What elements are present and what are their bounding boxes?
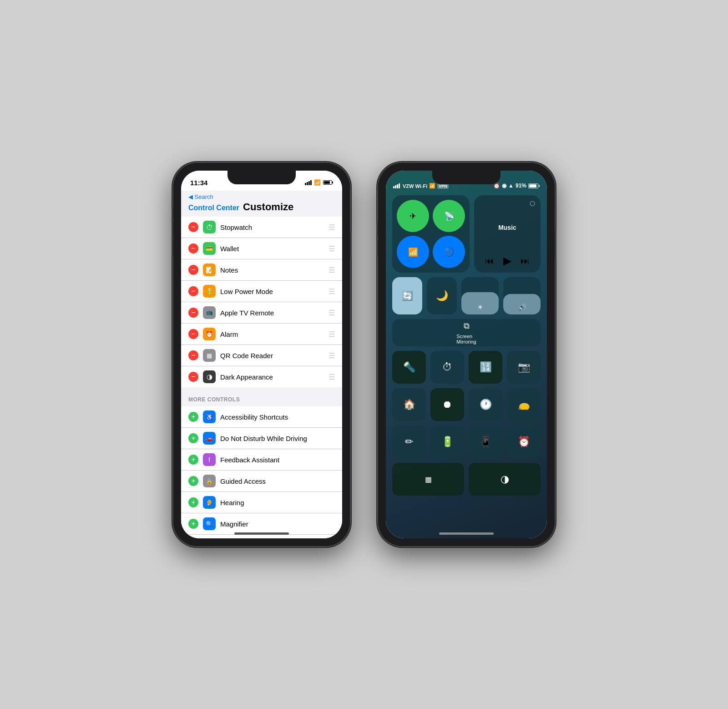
- battery-percent: 91%: [516, 182, 526, 189]
- flashlight-btn[interactable]: 🔦: [392, 351, 426, 384]
- home-btn[interactable]: 🏠: [392, 388, 426, 421]
- battery-btn[interactable]: 🔋: [430, 425, 464, 458]
- nav-back[interactable]: ◀ Search: [188, 193, 335, 200]
- add-button[interactable]: +: [188, 497, 198, 507]
- list-item[interactable]: − ⏰ Alarm ☰: [181, 324, 342, 345]
- add-button[interactable]: +: [188, 519, 198, 529]
- cellular-btn[interactable]: 📡: [433, 200, 465, 232]
- vol-down-button[interactable]: [172, 241, 173, 255]
- row-icon: ⏰: [203, 328, 216, 340]
- row-label: Dark Appearance: [220, 373, 324, 381]
- vol-up-button[interactable]: [172, 222, 173, 236]
- settings-screen: 11:34 📶: [181, 171, 342, 538]
- dark-mode-btn[interactable]: ◑: [469, 463, 541, 496]
- list-item[interactable]: − 📺 Apple TV Remote ☰: [181, 302, 342, 324]
- row-label: Notes: [220, 266, 324, 274]
- qr-btn[interactable]: ▦: [392, 463, 464, 496]
- alarm-btn[interactable]: ⏰: [507, 425, 541, 458]
- timer-btn[interactable]: ⏱: [430, 351, 464, 384]
- rotation-lock-btn[interactable]: 🔄: [392, 277, 422, 314]
- calculator-btn[interactable]: 🔢: [469, 351, 502, 384]
- play-btn[interactable]: ▶: [503, 254, 511, 267]
- list-item[interactable]: + 🔒 Guided Access: [181, 471, 342, 492]
- nav-parent[interactable]: Control Center: [188, 204, 239, 212]
- row-icon: 👂: [203, 496, 216, 509]
- row-label: Apple TV Remote: [220, 309, 324, 317]
- list-item[interactable]: − 📝 Notes ☰: [181, 259, 342, 281]
- list-item[interactable]: + 🚗 Do Not Disturb While Driving: [181, 428, 342, 449]
- airplay-icon[interactable]: ⬡: [530, 200, 535, 207]
- screen-mirroring-btn[interactable]: ⧉ ScreenMirroring: [392, 319, 541, 346]
- brightness-slider[interactable]: ☀: [461, 277, 499, 314]
- remove-button[interactable]: −: [188, 222, 198, 232]
- cc-row-5: ✏ 🔋 📱 ⏰: [392, 425, 541, 458]
- add-button[interactable]: +: [188, 412, 198, 422]
- drag-handle[interactable]: ☰: [329, 266, 335, 274]
- battery-indicator: [323, 180, 333, 185]
- list-item[interactable]: − 🔋 Low Power Mode ☰: [181, 281, 342, 302]
- left-phone-screen: 11:34 📶: [181, 171, 342, 538]
- remove-button[interactable]: −: [188, 265, 198, 275]
- remote-btn[interactable]: 📱: [469, 425, 502, 458]
- music-controls: ⏮ ▶ ⏭: [480, 254, 535, 267]
- music-tile[interactable]: ⬡ Music ⏮ ▶ ⏭: [474, 195, 541, 273]
- do-not-disturb-btn[interactable]: 🌙: [427, 277, 457, 314]
- list-item[interactable]: + 🔍 Magnifier: [181, 513, 342, 535]
- airplane-mode-btn[interactable]: ✈: [397, 200, 429, 232]
- power-button-right[interactable]: [555, 231, 556, 258]
- wallet-btn[interactable]: 👝: [507, 388, 541, 421]
- row-icon: !: [203, 453, 216, 466]
- remove-button[interactable]: −: [188, 286, 198, 296]
- add-button[interactable]: +: [188, 433, 198, 443]
- camera-btn[interactable]: 📷: [507, 351, 541, 384]
- control-center-screen: VZW Wi-Fi 📶 VPN ⏰ ◉ ▲ 91%: [386, 171, 547, 538]
- list-item[interactable]: + Aa Text Size: [181, 535, 342, 538]
- fast-forward-btn[interactable]: ⏭: [521, 256, 530, 266]
- drag-handle[interactable]: ☰: [329, 351, 335, 360]
- mirror-icon: ⧉: [464, 321, 470, 331]
- list-item[interactable]: − ⏱ Stopwatch ☰: [181, 217, 342, 238]
- silent-switch[interactable]: [172, 208, 173, 218]
- drag-handle[interactable]: ☰: [329, 223, 335, 232]
- remove-button[interactable]: −: [188, 329, 198, 339]
- row-label: Low Power Mode: [220, 288, 324, 295]
- cc-row-mirror: ⧉ ScreenMirroring: [392, 319, 541, 346]
- vol-down-right[interactable]: [376, 241, 378, 255]
- add-button[interactable]: +: [188, 476, 198, 486]
- cc-signal-bars: [393, 183, 400, 188]
- list-item[interactable]: + ! Feedback Assistant: [181, 449, 342, 471]
- add-button[interactable]: +: [188, 455, 198, 465]
- power-button[interactable]: [350, 231, 352, 258]
- drag-handle[interactable]: ☰: [329, 244, 335, 253]
- drag-handle[interactable]: ☰: [329, 373, 335, 381]
- wifi-btn[interactable]: 📶: [397, 236, 429, 268]
- connectivity-tile[interactable]: ✈ 📡 📶 🔵: [392, 195, 470, 273]
- remove-button[interactable]: −: [188, 243, 198, 253]
- volume-slider[interactable]: 🔊: [503, 277, 541, 314]
- drag-handle[interactable]: ☰: [329, 287, 335, 296]
- row-icon: 🔍: [203, 517, 216, 530]
- list-item[interactable]: + ♿ Accessibility Shortcuts: [181, 406, 342, 428]
- home-bar-right: [439, 532, 494, 535]
- remove-button[interactable]: −: [188, 350, 198, 360]
- rewind-btn[interactable]: ⏮: [485, 256, 494, 266]
- remove-button[interactable]: −: [188, 372, 198, 382]
- list-item[interactable]: − ▦ QR Code Reader ☰: [181, 345, 342, 366]
- notes-btn[interactable]: ✏: [392, 425, 426, 458]
- vol-up-right[interactable]: [376, 222, 378, 236]
- drag-handle[interactable]: ☰: [329, 309, 335, 317]
- left-phone: 11:34 📶: [173, 162, 350, 547]
- list-item[interactable]: − ◑ Dark Appearance ☰: [181, 366, 342, 387]
- remove-button[interactable]: −: [188, 308, 198, 318]
- record-btn[interactable]: ⏺: [430, 388, 464, 421]
- cc-row-top: ✈ 📡 📶 🔵 ⬡ Music ⏮ ▶ ⏭: [392, 195, 541, 273]
- drag-handle[interactable]: ☰: [329, 330, 335, 339]
- more-controls-list: + ♿ Accessibility Shortcuts + 🚗 Do Not D…: [181, 406, 342, 538]
- bluetooth-btn[interactable]: 🔵: [433, 236, 465, 268]
- list-item[interactable]: + 👂 Hearing: [181, 492, 342, 513]
- battery-icon: [528, 183, 540, 188]
- row-icon: ⏱: [203, 221, 216, 233]
- list-item[interactable]: − 💳 Wallet ☰: [181, 238, 342, 259]
- clock-btn[interactable]: 🕐: [469, 388, 502, 421]
- cc-row-6: ▦ ◑: [392, 463, 541, 496]
